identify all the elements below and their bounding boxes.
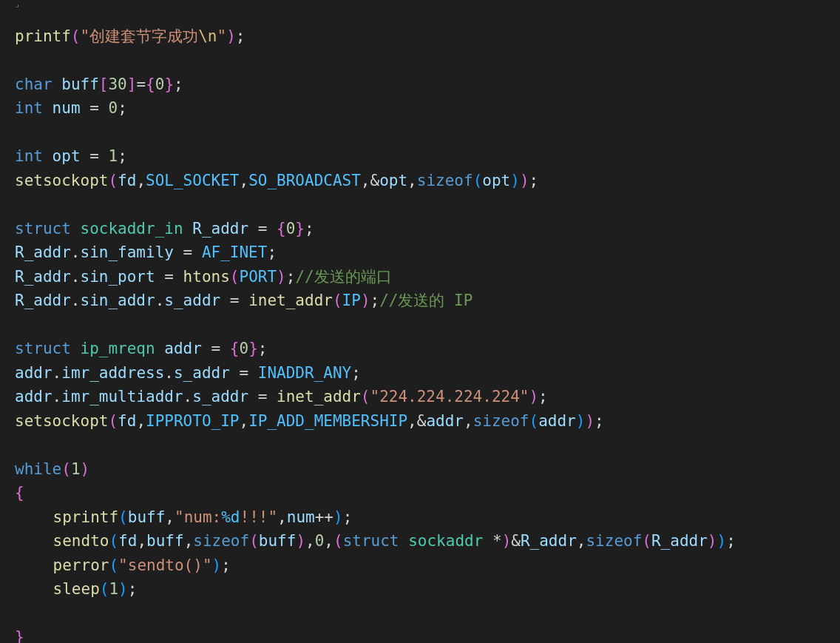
token-brace: ] [127, 75, 137, 93]
token-punc: , [324, 532, 333, 550]
code-editor[interactable]: ⌟ printf("创建套节字成功\n"); char buff[30]={0}… [0, 0, 840, 643]
token-var: R_addr [521, 532, 577, 550]
token-const: IP_ADD_MEMBERSHIP [248, 412, 407, 430]
token-kw: struct [343, 532, 399, 550]
token-punc: . [164, 364, 174, 382]
token-op: = [136, 75, 146, 93]
token-kw: struct [15, 220, 71, 238]
token-brace2: ( [529, 412, 538, 430]
token-punc: ; [595, 412, 604, 430]
token-brace: ) [529, 388, 538, 405]
token-var: addr [538, 412, 576, 430]
token-punc: , [184, 532, 194, 550]
code-line[interactable]: { [15, 481, 840, 505]
token-op: = [174, 243, 202, 261]
code-line[interactable]: perror("sendto()"); [15, 553, 840, 578]
token-var: buff [146, 532, 184, 550]
code-line[interactable]: R_addr.sin_family = AF_INET; [15, 240, 840, 265]
code-line[interactable]: struct ip_mreqn addr = {0}; [15, 337, 840, 361]
token-punc: ; [128, 580, 138, 598]
token-str: "num: [175, 508, 221, 526]
token-brace: ) [585, 412, 595, 430]
token-num: 1 [109, 580, 118, 598]
token-var: fd [118, 532, 137, 550]
token-const: SO_BROADCAST [248, 172, 361, 189]
token-num: 0 [286, 220, 296, 238]
code-line[interactable] [15, 433, 840, 457]
token-kw: struct [15, 340, 71, 357]
token-var: buff [128, 508, 166, 526]
token-var: addr [426, 412, 464, 430]
token-const: INADDR_ANY [258, 364, 351, 382]
code-line[interactable]: R_addr.sin_port = htons(PORT);//发送的端口 [15, 265, 840, 289]
code-line[interactable]: while(1) [15, 457, 840, 482]
token-punc: ; [305, 220, 314, 238]
token-brace: { [15, 484, 24, 502]
token-func: setsockopt [15, 172, 108, 189]
token-brace: ( [249, 532, 259, 550]
code-line[interactable] [15, 121, 840, 145]
token-punc: ; [118, 147, 127, 165]
token-brace: ) [708, 532, 717, 550]
token-brace: [ [99, 75, 109, 93]
token-op: = [220, 292, 248, 309]
token-punc: , [577, 532, 586, 550]
code-line[interactable]: sendto(fd,buff,sizeof(buff),0,(struct so… [15, 529, 840, 553]
token-op: = [81, 99, 109, 117]
token-var: sin_family [81, 243, 174, 261]
code-line[interactable] [15, 602, 840, 626]
token-brace: ( [71, 27, 81, 45]
token-op [43, 99, 52, 117]
code-line[interactable]: R_addr.sin_addr.s_addr = inet_addr(IP);/… [15, 289, 840, 313]
token-kw: int [15, 99, 43, 117]
token-var: addr [15, 364, 52, 382]
token-brace: { [230, 340, 240, 357]
token-var: R_addr [192, 220, 248, 238]
token-brace2: ) [510, 172, 520, 189]
token-punc: ; [258, 340, 268, 357]
code-line[interactable]: } [15, 625, 840, 643]
token-kw: int [15, 147, 43, 165]
token-op: = [248, 388, 277, 405]
code-line[interactable] [15, 192, 840, 217]
token-punc: , [239, 172, 248, 189]
token-kw: sizeof [193, 532, 249, 550]
token-kw: sizeof [473, 412, 529, 430]
code-line[interactable]: char buff[30]={0}; [15, 73, 840, 97]
token-punc: , [361, 172, 370, 189]
code-line[interactable]: setsockopt(fd,IPPROTO_IP,IP_ADD_MEMBERSH… [15, 409, 840, 434]
token-brace: { [277, 220, 286, 238]
code-line[interactable]: sleep(1); [15, 577, 840, 602]
code-line[interactable]: int opt = 1; [15, 144, 840, 169]
token-brace2: ( [118, 508, 128, 526]
token-brace2: ( [109, 556, 118, 574]
token-op: = [81, 147, 109, 165]
token-brace: } [295, 220, 305, 238]
code-line[interactable]: addr.imr_address.s_addr = INADDR_ANY; [15, 361, 840, 386]
token-punc: . [52, 364, 62, 382]
code-line[interactable]: ⌟ [15, 0, 840, 24]
token-brace2: ) [576, 412, 586, 430]
token-str: "224.224.224.224" [370, 388, 529, 405]
code-line[interactable] [15, 48, 840, 73]
code-line[interactable]: int num = 0; [15, 96, 840, 121]
token-kw: char [15, 75, 52, 93]
gutter-widget-icon[interactable]: ⌟ [15, 0, 19, 17]
token-op: & [511, 532, 521, 550]
token-op [155, 340, 165, 357]
token-str: " [217, 27, 226, 45]
code-line[interactable]: setsockopt(fd,SOL_SOCKET,SO_BROADCAST,&o… [15, 169, 840, 193]
token-op [183, 220, 193, 238]
code-line[interactable] [15, 313, 840, 337]
token-var: sin_port [81, 268, 155, 286]
token-punc: ; [343, 508, 353, 526]
code-line[interactable]: printf("创建套节字成功\n"); [15, 24, 840, 49]
token-punc: ; [236, 27, 245, 45]
token-punc: , [165, 508, 175, 526]
token-var: R_addr [15, 292, 71, 309]
code-line[interactable]: struct sockaddr_in R_addr = {0}; [15, 217, 840, 241]
token-punc: . [155, 292, 165, 309]
token-esc: \n [198, 27, 217, 45]
code-line[interactable]: addr.imr_multiaddr.s_addr = inet_addr("2… [15, 385, 840, 409]
code-line[interactable]: sprintf(buff,"num:%d!!!",num++); [15, 505, 840, 530]
